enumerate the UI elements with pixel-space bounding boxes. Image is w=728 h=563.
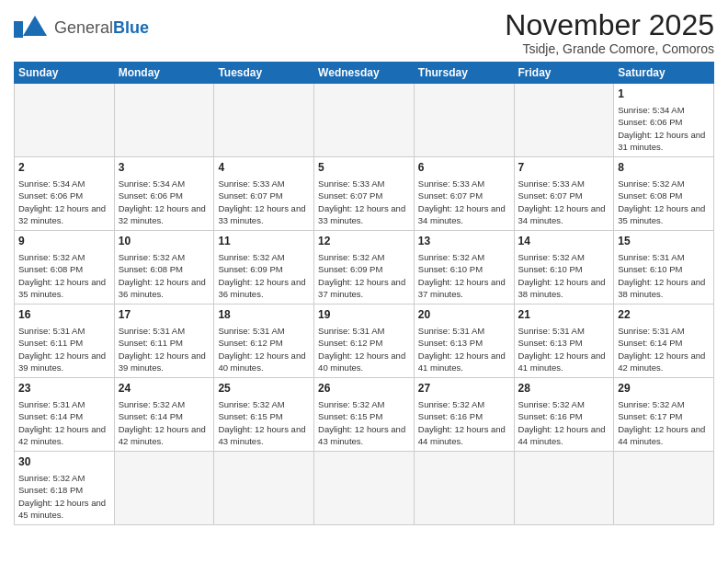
logo-wrapper: GeneralBlue [14, 14, 149, 41]
calendar-week-2: 2Sunrise: 5:34 AM Sunset: 6:06 PM Daylig… [15, 157, 714, 231]
date-number: 8 [618, 160, 710, 176]
calendar-cell: 5Sunrise: 5:33 AM Sunset: 6:07 PM Daylig… [314, 157, 415, 231]
cell-info: Sunrise: 5:34 AM Sunset: 6:06 PM Dayligh… [119, 178, 210, 226]
cell-info: Sunrise: 5:31 AM Sunset: 6:10 PM Dayligh… [618, 251, 710, 300]
cell-info: Sunrise: 5:32 AM Sunset: 6:15 PM Dayligh… [318, 398, 410, 447]
date-number: 26 [318, 381, 410, 396]
calendar-cell: 11Sunrise: 5:32 AM Sunset: 6:09 PM Dayli… [214, 231, 314, 304]
date-number: 14 [518, 234, 610, 249]
calendar-cell [314, 84, 415, 157]
calendar-cell [614, 452, 714, 525]
cell-info: Sunrise: 5:33 AM Sunset: 6:07 PM Dayligh… [318, 178, 410, 226]
calendar-cell: 18Sunrise: 5:31 AM Sunset: 6:12 PM Dayli… [214, 304, 314, 378]
cell-info: Sunrise: 5:33 AM Sunset: 6:07 PM Dayligh… [218, 178, 310, 226]
calendar-cell: 28Sunrise: 5:32 AM Sunset: 6:16 PM Dayli… [514, 378, 614, 452]
calendar-cell: 12Sunrise: 5:32 AM Sunset: 6:09 PM Dayli… [314, 231, 415, 304]
date-number: 23 [18, 381, 110, 396]
cell-info: Sunrise: 5:32 AM Sunset: 6:18 PM Dayligh… [18, 472, 110, 521]
calendar-week-4: 16Sunrise: 5:31 AM Sunset: 6:11 PM Dayli… [15, 304, 714, 378]
calendar-cell: 7Sunrise: 5:33 AM Sunset: 6:07 PM Daylig… [514, 157, 614, 231]
calendar-cell: 16Sunrise: 5:31 AM Sunset: 6:11 PM Dayli… [15, 304, 115, 378]
calendar-cell: 22Sunrise: 5:31 AM Sunset: 6:14 PM Dayli… [614, 304, 714, 378]
calendar-cell: 27Sunrise: 5:32 AM Sunset: 6:16 PM Dayli… [414, 378, 514, 452]
calendar-cell [414, 452, 514, 525]
calendar-cell: 14Sunrise: 5:32 AM Sunset: 6:10 PM Dayli… [514, 231, 614, 304]
calendar-cell: 1Sunrise: 5:34 AM Sunset: 6:06 PM Daylig… [614, 84, 714, 157]
date-number: 11 [218, 234, 310, 249]
cell-info: Sunrise: 5:31 AM Sunset: 6:11 PM Dayligh… [119, 325, 210, 373]
calendar-cell: 21Sunrise: 5:31 AM Sunset: 6:13 PM Dayli… [514, 304, 614, 378]
calendar-cell: 10Sunrise: 5:32 AM Sunset: 6:08 PM Dayli… [114, 231, 214, 304]
date-number: 13 [418, 234, 510, 249]
day-header-saturday: Saturday [614, 63, 714, 84]
date-number: 15 [618, 234, 710, 249]
date-number: 22 [618, 307, 710, 323]
date-number: 28 [518, 381, 610, 396]
calendar-cell: 6Sunrise: 5:33 AM Sunset: 6:07 PM Daylig… [414, 157, 514, 231]
date-number: 3 [119, 160, 210, 176]
calendar-cell [214, 84, 314, 157]
cell-info: Sunrise: 5:31 AM Sunset: 6:14 PM Dayligh… [18, 398, 110, 447]
calendar-cell: 26Sunrise: 5:32 AM Sunset: 6:15 PM Dayli… [314, 378, 415, 452]
cell-info: Sunrise: 5:31 AM Sunset: 6:14 PM Dayligh… [618, 325, 710, 373]
cell-info: Sunrise: 5:32 AM Sunset: 6:09 PM Dayligh… [218, 251, 310, 300]
cell-info: Sunrise: 5:32 AM Sunset: 6:08 PM Dayligh… [618, 178, 710, 226]
day-header-tuesday: Tuesday [214, 63, 314, 84]
calendar-cell [514, 84, 614, 157]
calendar-cell: 4Sunrise: 5:33 AM Sunset: 6:07 PM Daylig… [214, 157, 314, 231]
cell-info: Sunrise: 5:32 AM Sunset: 6:08 PM Dayligh… [18, 251, 110, 300]
date-number: 29 [618, 381, 710, 396]
calendar: SundayMondayTuesdayWednesdayThursdayFrid… [14, 62, 714, 525]
calendar-cell: 30Sunrise: 5:32 AM Sunset: 6:18 PM Dayli… [15, 452, 115, 525]
calendar-cell: 19Sunrise: 5:31 AM Sunset: 6:12 PM Dayli… [314, 304, 415, 378]
cell-info: Sunrise: 5:33 AM Sunset: 6:07 PM Dayligh… [418, 178, 510, 226]
date-number: 24 [119, 381, 210, 396]
logo-text: GeneralBlue [54, 18, 149, 38]
cell-info: Sunrise: 5:31 AM Sunset: 6:12 PM Dayligh… [318, 325, 410, 373]
logo-icon [14, 14, 51, 41]
svg-marker-1 [23, 16, 47, 36]
date-number: 1 [618, 86, 710, 102]
calendar-week-1: 1Sunrise: 5:34 AM Sunset: 6:06 PM Daylig… [15, 84, 714, 157]
cell-info: Sunrise: 5:32 AM Sunset: 6:15 PM Dayligh… [218, 398, 310, 447]
day-header-monday: Monday [114, 63, 214, 84]
calendar-cell: 24Sunrise: 5:32 AM Sunset: 6:14 PM Dayli… [114, 378, 214, 452]
cell-info: Sunrise: 5:32 AM Sunset: 6:10 PM Dayligh… [418, 251, 510, 300]
date-number: 20 [418, 307, 510, 323]
cell-info: Sunrise: 5:32 AM Sunset: 6:14 PM Dayligh… [119, 398, 210, 447]
calendar-week-5: 23Sunrise: 5:31 AM Sunset: 6:14 PM Dayli… [15, 378, 714, 452]
calendar-cell: 15Sunrise: 5:31 AM Sunset: 6:10 PM Dayli… [614, 231, 714, 304]
month-title: November 2025 [505, 9, 714, 41]
calendar-cell: 25Sunrise: 5:32 AM Sunset: 6:15 PM Dayli… [214, 378, 314, 452]
date-number: 17 [119, 307, 210, 323]
day-header-friday: Friday [514, 63, 614, 84]
cell-info: Sunrise: 5:31 AM Sunset: 6:13 PM Dayligh… [518, 325, 610, 373]
calendar-cell [114, 84, 214, 157]
svg-rect-0 [14, 21, 23, 38]
cell-info: Sunrise: 5:32 AM Sunset: 6:16 PM Dayligh… [418, 398, 510, 447]
calendar-header-row: SundayMondayTuesdayWednesdayThursdayFrid… [15, 63, 714, 84]
header: GeneralBlue November 2025 Tsidje, Grande… [14, 9, 714, 56]
calendar-cell [414, 84, 514, 157]
cell-info: Sunrise: 5:32 AM Sunset: 6:09 PM Dayligh… [318, 251, 410, 300]
date-number: 2 [18, 160, 110, 176]
day-header-wednesday: Wednesday [314, 63, 415, 84]
date-number: 25 [218, 381, 310, 396]
calendar-week-3: 9Sunrise: 5:32 AM Sunset: 6:08 PM Daylig… [15, 231, 714, 304]
date-number: 19 [318, 307, 410, 323]
calendar-cell: 20Sunrise: 5:31 AM Sunset: 6:13 PM Dayli… [414, 304, 514, 378]
calendar-cell: 17Sunrise: 5:31 AM Sunset: 6:11 PM Dayli… [114, 304, 214, 378]
day-header-sunday: Sunday [15, 63, 115, 84]
location-subtitle: Tsidje, Grande Comore, Comoros [505, 41, 714, 56]
calendar-cell: 3Sunrise: 5:34 AM Sunset: 6:06 PM Daylig… [114, 157, 214, 231]
cell-info: Sunrise: 5:32 AM Sunset: 6:17 PM Dayligh… [618, 398, 710, 447]
calendar-week-6: 30Sunrise: 5:32 AM Sunset: 6:18 PM Dayli… [15, 452, 714, 525]
date-number: 27 [418, 381, 510, 396]
title-area: November 2025 Tsidje, Grande Comore, Com… [505, 9, 714, 56]
date-number: 10 [119, 234, 210, 249]
date-number: 9 [18, 234, 110, 249]
calendar-cell [214, 452, 314, 525]
cell-info: Sunrise: 5:31 AM Sunset: 6:11 PM Dayligh… [18, 325, 110, 373]
date-number: 6 [418, 160, 510, 176]
cell-info: Sunrise: 5:32 AM Sunset: 6:16 PM Dayligh… [518, 398, 610, 447]
